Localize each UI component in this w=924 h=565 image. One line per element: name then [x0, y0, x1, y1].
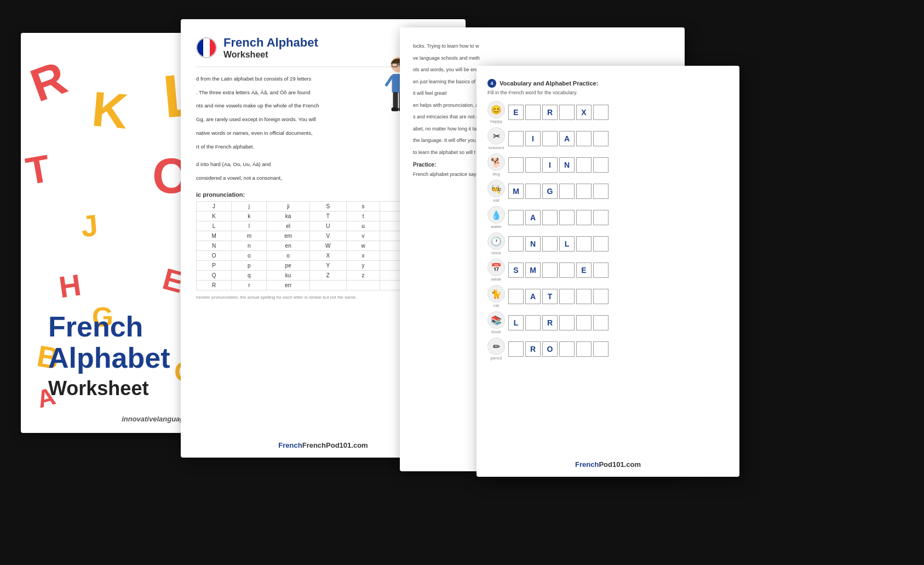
french-flag-icon — [196, 37, 217, 58]
vocab-item-book: 📚bookLR — [487, 311, 728, 334]
table-cell: q — [232, 270, 267, 280]
page-subtitle: Worksheet — [223, 50, 318, 60]
table-cell: R — [197, 280, 232, 290]
vocab-box-dog-3: N — [559, 157, 575, 173]
vocab-item-clock: 🕐clockNL — [487, 232, 728, 255]
vocab-icon-dog: 🐕 — [487, 153, 505, 171]
table-cell: o — [232, 250, 267, 260]
vocab-boxes-happy: ERX — [508, 105, 609, 120]
vocab-icon-book: 📚 — [487, 311, 505, 329]
vocab-boxes-cat: AT — [508, 289, 609, 304]
vocab-box-scissors-4 — [576, 131, 592, 146]
vocab-boxes-water: A — [508, 210, 609, 225]
rf-footer: FrenchPod101.com — [477, 460, 739, 469]
vocab-box-dog-4 — [576, 157, 592, 173]
vocab-box-happy-1 — [525, 105, 541, 120]
table-cell: U — [309, 221, 346, 231]
rf-brand-french: French — [575, 460, 599, 469]
table-cell: Y — [309, 260, 346, 270]
vocab-box-eat-3 — [559, 184, 575, 199]
table-cell: v — [346, 231, 380, 241]
vocab-box-pencil-1: R — [525, 341, 541, 357]
vocab-box-cat-5 — [593, 289, 609, 304]
vocab-box-scissors-5 — [593, 131, 609, 146]
table-cell: pe — [267, 260, 309, 270]
vocab-box-cat-1: A — [525, 289, 541, 304]
svg-line-5 — [387, 77, 392, 85]
table-cell: N — [197, 241, 232, 250]
vocab-label-eat: eat — [493, 198, 499, 203]
vocab-box-dog-2: I — [542, 157, 558, 173]
table-cell: x — [346, 250, 380, 260]
table-cell: J — [197, 201, 232, 211]
brand-french: French — [278, 441, 302, 449]
vocab-icon-scissors: ✂ — [487, 127, 505, 145]
vocab-icon-eat: 🧑‍🍳 — [487, 180, 505, 197]
cover-letter-t: T — [22, 146, 53, 193]
vocab-box-clock-1: N — [525, 236, 541, 252]
vocab-icon-week: 📅 — [487, 259, 505, 276]
table-cell: ku — [267, 270, 309, 280]
vocab-boxes-dog: IN — [508, 157, 609, 173]
vocab-box-scissors-1: I — [525, 131, 541, 146]
brand-pod: FrenchPod101.com — [302, 441, 368, 449]
vocab-icon-col: 💧water — [487, 206, 505, 229]
vocab-box-pencil-5 — [593, 341, 609, 357]
vocab-box-book-5 — [593, 315, 609, 330]
vocab-icon-col: 😊happy — [487, 101, 505, 124]
vocab-box-clock-3: L — [559, 236, 575, 252]
table-cell: j — [232, 201, 267, 211]
vocab-icon-pencil: ✏ — [487, 338, 505, 355]
vocab-box-pencil-2: O — [542, 341, 558, 357]
vocab-box-book-0: L — [508, 315, 524, 330]
vocab-box-week-0: S — [508, 262, 524, 278]
table-cell — [309, 280, 346, 290]
vocab-box-happy-5 — [593, 105, 609, 120]
rb-text-line-0: locks. Trying to learn how to w — [413, 43, 672, 50]
table-cell: l — [232, 221, 267, 231]
vocab-boxes-eat: MG — [508, 184, 609, 199]
table-cell: ji — [267, 201, 309, 211]
vocab-icon-col: 🧑‍🍳eat — [487, 180, 505, 203]
table-cell: Z — [309, 270, 346, 280]
table-cell: V — [309, 231, 346, 241]
table-cell: ka — [267, 211, 309, 221]
vocab-box-clock-0 — [508, 236, 524, 252]
vocab-heading: 4 Vocabulary and Alphabet Practice: — [487, 79, 728, 88]
vocab-box-week-2 — [542, 262, 558, 278]
vocab-label-scissors: scissors — [489, 145, 504, 150]
table-cell: L — [197, 221, 232, 231]
table-cell: X — [309, 250, 346, 260]
vocab-icon-col: 📚book — [487, 311, 505, 334]
svg-rect-10 — [392, 107, 399, 111]
flag-red — [210, 38, 216, 57]
table-cell: err — [267, 280, 309, 290]
vocab-item-eat: 🧑‍🍳eatMG — [487, 180, 728, 203]
vocab-box-pencil-3 — [559, 341, 575, 357]
table-cell: O — [197, 250, 232, 260]
vocab-boxes-pencil: RO — [508, 341, 609, 357]
vocab-icon-col: 📅week — [487, 259, 505, 282]
vocab-icon-col: 🐕dog — [487, 153, 505, 176]
vocab-box-scissors-2 — [542, 131, 558, 146]
table-cell: k — [232, 211, 267, 221]
table-cell: en — [267, 241, 309, 250]
vocab-box-week-5 — [593, 262, 609, 278]
vocab-icon-col: 🕐clock — [487, 232, 505, 255]
vocab-box-happy-0: E — [508, 105, 524, 120]
scene: RKLSTONJEHMGCBPQA French Alphabet Worksh… — [0, 0, 924, 565]
table-cell: T — [309, 211, 346, 221]
vocab-item-scissors: ✂scissorsIA — [487, 127, 728, 150]
table-cell: S — [309, 201, 346, 211]
vocab-box-eat-2: G — [542, 184, 558, 199]
vocab-box-water-4 — [576, 210, 592, 225]
vocab-box-book-1 — [525, 315, 541, 330]
vocab-box-clock-2 — [542, 236, 558, 252]
vocab-icon-col: ✂scissors — [487, 127, 505, 150]
table-cell: z — [346, 270, 380, 280]
table-cell: w — [346, 241, 380, 250]
vocab-icon-happy: 😊 — [487, 101, 505, 118]
vocab-box-water-2 — [542, 210, 558, 225]
vocab-label-cat: cat — [493, 303, 500, 308]
vocab-boxes-week: SME — [508, 262, 609, 278]
